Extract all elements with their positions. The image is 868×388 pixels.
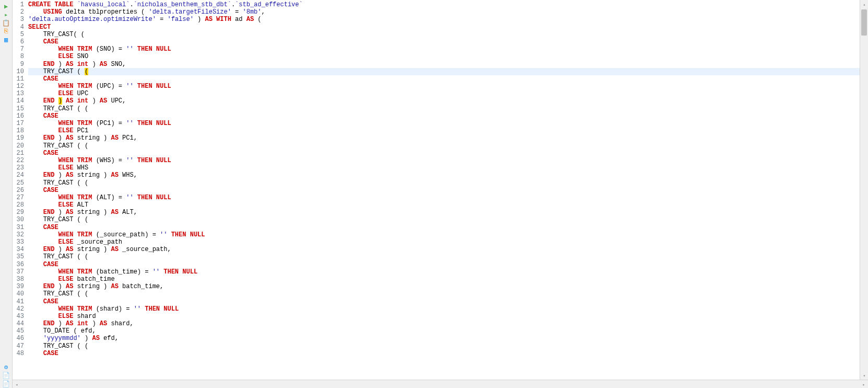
code-line[interactable]: 'delta.autoOptimize.optimizeWrite' = 'fa…: [28, 16, 860, 23]
code-line[interactable]: TRY_CAST ( (: [28, 343, 860, 350]
code-line[interactable]: ELSE WHS: [28, 164, 860, 172]
line-number: 17: [15, 120, 24, 127]
code-line[interactable]: CASE: [28, 261, 860, 268]
line-number: 12: [15, 83, 24, 90]
code-line[interactable]: CASE: [28, 350, 860, 357]
code-line[interactable]: 'yyyymmdd' ) AS efd,: [28, 335, 860, 342]
code-line[interactable]: ELSE shard: [28, 313, 860, 320]
horizontal-scrollbar[interactable]: ◂ ▸: [13, 380, 868, 388]
scroll-up-icon[interactable]: ▴: [860, 0, 868, 8]
code-line[interactable]: SELECT: [28, 24, 860, 31]
code-line[interactable]: END ) AS string ) AS batch_time,: [28, 283, 860, 290]
line-number: 45: [15, 327, 24, 335]
code-line[interactable]: TRY_CAST ( (: [28, 179, 860, 187]
code-editor[interactable]: CREATE TABLE `havasu_local`.`nicholas_be…: [28, 0, 860, 380]
code-line[interactable]: TRY_CAST ( (: [28, 290, 860, 298]
code-line[interactable]: WHEN TRIM (_source_path) = '' THEN NULL: [28, 231, 860, 238]
code-line[interactable]: END ) AS int ) AS shard,: [28, 320, 860, 327]
new-doc-icon[interactable]: 📄: [2, 371, 10, 380]
line-number: 41: [15, 298, 24, 305]
scroll-thumb[interactable]: [861, 9, 867, 36]
line-number: 38: [15, 276, 24, 283]
clipboard-icon[interactable]: 📋: [2, 19, 10, 27]
doc-icon[interactable]: ▦: [2, 36, 10, 44]
line-number: 44: [15, 320, 24, 327]
line-number: 14: [15, 97, 24, 105]
copy-icon[interactable]: ⎘: [2, 27, 10, 36]
editor-area: 1234567891011121314151617181920212223242…: [13, 0, 868, 388]
code-line[interactable]: WHEN TRIM (WHS) = '' THEN NULL: [28, 157, 860, 164]
code-line[interactable]: CASE: [28, 298, 860, 305]
code-line[interactable]: ELSE SNO: [28, 53, 860, 60]
line-number: 24: [15, 172, 24, 179]
code-line[interactable]: WHEN TRIM (ALT) = '' THEN NULL: [28, 194, 860, 201]
scroll-down-icon[interactable]: ▾: [860, 371, 868, 380]
code-line[interactable]: ELSE PC1: [28, 127, 860, 134]
line-number: 8: [15, 53, 24, 60]
line-number: 28: [15, 201, 24, 209]
code-line[interactable]: WHEN TRIM (UPC) = '' THEN NULL: [28, 83, 860, 90]
line-number: 5: [15, 31, 24, 38]
code-line[interactable]: TRY_CAST ( (: [28, 142, 860, 150]
code-line[interactable]: TRY_CAST ( (: [28, 105, 860, 112]
code-line[interactable]: ELSE _source_path: [28, 238, 860, 246]
line-number: 37: [15, 268, 24, 276]
line-number: 6: [15, 38, 24, 45]
line-number: 34: [15, 246, 24, 253]
code-line[interactable]: WHEN TRIM (shard) = '' THEN NULL: [28, 305, 860, 313]
code-line[interactable]: TRY_CAST ( (: [28, 216, 860, 223]
code-line[interactable]: ELSE ALT: [28, 201, 860, 209]
code-line[interactable]: WHEN TRIM (SNO) = '' THEN NULL: [28, 45, 860, 53]
line-number: 29: [15, 209, 24, 216]
run-cursor-icon[interactable]: ▸: [2, 10, 10, 19]
code-line[interactable]: CASE: [28, 112, 860, 120]
code-line[interactable]: ELSE batch_time: [28, 276, 860, 283]
code-line[interactable]: TRY_CAST ( (: [28, 68, 860, 75]
line-number: 25: [15, 179, 24, 187]
code-line[interactable]: USING delta tblproperties ( 'delta.targe…: [28, 8, 860, 16]
run-icon[interactable]: ▶: [2, 2, 10, 10]
line-number: 30: [15, 216, 24, 223]
line-number: 20: [15, 142, 24, 150]
code-line[interactable]: CASE: [28, 187, 860, 194]
line-number: 7: [15, 45, 24, 53]
line-number: 19: [15, 134, 24, 142]
error-doc-icon[interactable]: 📄: [2, 380, 10, 388]
code-line[interactable]: END ) AS string ) AS ALT,: [28, 209, 860, 216]
code-line[interactable]: END ) AS string ) AS PC1,: [28, 134, 860, 142]
code-line[interactable]: END ) AS int ) AS SNO,: [28, 61, 860, 68]
line-gutter: 1234567891011121314151617181920212223242…: [13, 0, 28, 380]
line-number: 46: [15, 335, 24, 342]
code-line[interactable]: WHEN TRIM (PC1) = '' THEN NULL: [28, 120, 860, 127]
code-line[interactable]: END ) AS int ) AS UPC,: [28, 97, 860, 105]
code-line[interactable]: CASE: [28, 38, 860, 45]
code-line[interactable]: TO_DATE ( efd,: [28, 327, 860, 335]
line-number: 42: [15, 305, 24, 313]
line-number: 40: [15, 290, 24, 298]
line-number: 36: [15, 261, 24, 268]
scroll-right-icon[interactable]: ▸: [860, 380, 868, 388]
line-number: 10: [15, 68, 24, 75]
code-line[interactable]: END ) AS string ) AS WHS,: [28, 172, 860, 179]
code-line[interactable]: CASE: [28, 150, 860, 157]
code-line[interactable]: CASE: [28, 224, 860, 231]
settings-icon[interactable]: ⚙: [2, 363, 10, 371]
line-number: 47: [15, 343, 24, 350]
code-line[interactable]: WHEN TRIM (batch_time) = '' THEN NULL: [28, 268, 860, 276]
line-number: 1: [15, 1, 24, 8]
line-number: 26: [15, 187, 24, 194]
code-line[interactable]: CASE: [28, 75, 860, 83]
code-line[interactable]: TRY_CAST( (: [28, 31, 860, 38]
line-number: 3: [15, 16, 24, 23]
scroll-left-icon[interactable]: ◂: [13, 380, 21, 388]
code-line[interactable]: TRY_CAST ( (: [28, 253, 860, 260]
code-line[interactable]: END ) AS string ) AS _source_path,: [28, 246, 860, 253]
line-number: 15: [15, 105, 24, 112]
code-line[interactable]: CREATE TABLE `havasu_local`.`nicholas_be…: [28, 1, 860, 8]
code-line[interactable]: ELSE UPC: [28, 90, 860, 97]
vertical-scrollbar[interactable]: ▴ ▾: [860, 0, 868, 380]
line-number: 23: [15, 164, 24, 172]
line-number: 4: [15, 24, 24, 31]
line-number: 22: [15, 157, 24, 164]
line-number: 13: [15, 90, 24, 97]
